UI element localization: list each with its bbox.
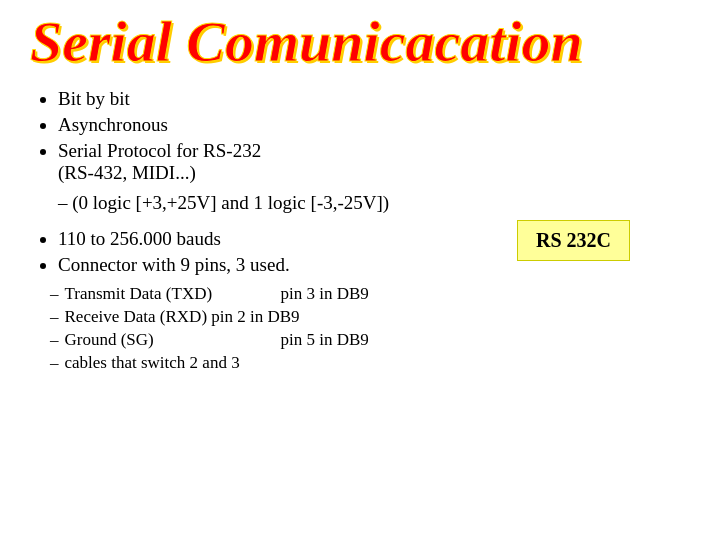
connector-row-3-label: Ground (SG) — [65, 330, 275, 350]
bullet-item-3: Serial Protocol for RS-232 (RS-432, MIDI… — [58, 140, 690, 184]
connector-row-2: Receive Data (RXD) pin 2 in DB9 — [50, 307, 690, 327]
connector-row-1: Transmit Data (TXD) pin 3 in DB9 — [50, 284, 690, 304]
connector-row-3-pin: pin 5 in DB9 — [281, 330, 369, 350]
connector-row-4: cables that switch 2 and 3 — [50, 353, 690, 373]
dash-note: – — [58, 192, 72, 213]
connector-row-1-pin: pin 3 in DB9 — [281, 284, 369, 304]
page: Serial Comunicacation Bit by bit Asynchr… — [0, 0, 720, 540]
connector-row-1-label: Transmit Data (TXD) — [65, 284, 275, 304]
connector-row-3: Ground (SG) pin 5 in DB9 — [50, 330, 690, 350]
sub-note: – (0 logic [+3,+25V] and 1 logic [-3,-25… — [30, 192, 690, 214]
connector-row-4-label: cables that switch 2 and 3 — [65, 353, 240, 373]
rs232-badge: RS 232C — [517, 220, 630, 261]
connector-row-2-label: Receive Data (RXD) pin 2 in DB9 — [65, 307, 300, 327]
page-title: Serial Comunicacation — [30, 10, 690, 74]
connector-detail-list: Transmit Data (TXD) pin 3 in DB9 Receive… — [30, 284, 690, 373]
main-bullet-list: Bit by bit Asynchronous Serial Protocol … — [30, 88, 690, 184]
sub-note-text: (0 logic [+3,+25V] and 1 logic [-3,-25V]… — [72, 192, 389, 213]
bullet-3-sub: (RS-432, MIDI...) — [58, 162, 196, 183]
bullet-item-1: Bit by bit — [58, 88, 690, 110]
bullet-3-text: Serial Protocol for RS-232 — [58, 140, 261, 161]
bullet-item-2: Asynchronous — [58, 114, 690, 136]
